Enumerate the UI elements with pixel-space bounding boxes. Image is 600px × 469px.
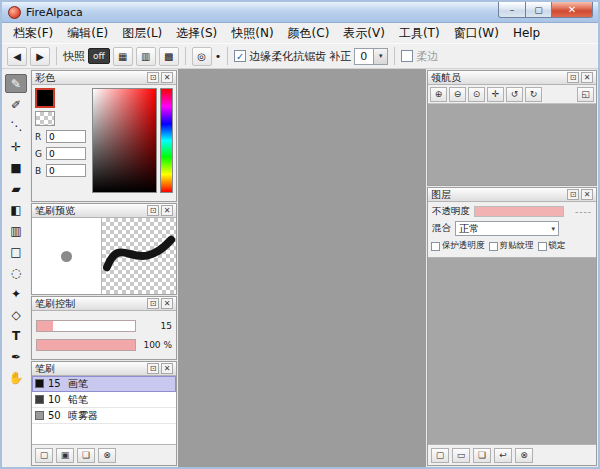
zoom-out-button[interactable]: ⊖ <box>449 87 466 102</box>
merge-layer-button[interactable]: ↩ <box>494 448 512 463</box>
copy-layer-button[interactable]: ❏ <box>473 448 491 463</box>
airbrush-icon: ⋱ <box>10 119 22 133</box>
menu-snap[interactable]: 快照(N) <box>224 23 280 44</box>
tool-eraser-button[interactable]: ▰ <box>5 179 27 198</box>
opacity-slider[interactable] <box>474 206 564 217</box>
menu-layer[interactable]: 图层(L) <box>115 23 169 44</box>
snap-grid-button[interactable]: ▦ <box>113 47 133 66</box>
delete-layer-button[interactable]: ⊗ <box>515 448 533 463</box>
rotate-ccw-button[interactable]: ↺ <box>506 87 523 102</box>
brush-control-titlebar[interactable]: 笔刷控制 ⊡ ✕ <box>32 297 176 311</box>
snap-parallel-button[interactable]: ▥ <box>136 47 156 66</box>
red-input[interactable] <box>46 130 86 143</box>
protect-alpha-checkbox[interactable] <box>431 242 440 251</box>
panel-close-icon[interactable]: ✕ <box>161 205 173 216</box>
layer-list[interactable] <box>428 257 596 445</box>
zoom-in-button[interactable]: ⊕ <box>430 87 447 102</box>
clipping-checkbox[interactable] <box>489 242 498 251</box>
navigator-titlebar[interactable]: 领航员 ⊡ ✕ <box>428 71 596 85</box>
green-input[interactable] <box>46 147 86 160</box>
brush-list-item[interactable]: 10 铅笔 <box>32 392 176 408</box>
panel-float-icon[interactable]: ⊡ <box>147 298 159 309</box>
tool-move-button[interactable]: ✛ <box>5 137 27 156</box>
left-panel-column: 彩色 ⊡ ✕ R G <box>30 69 178 467</box>
window-controls: – ▢ ✕ <box>499 2 593 18</box>
right-panel-column: 领航员 ⊡ ✕ ⊕ ⊖ ⊙ ✛ ↺ ↻ ◱ <box>426 69 598 467</box>
tool-fill-rect-button[interactable]: ■ <box>5 158 27 177</box>
tool-brush-button[interactable]: ✐ <box>5 95 27 114</box>
panel-float-icon[interactable]: ⊡ <box>567 72 579 83</box>
zoom-reset-button[interactable]: ⊙ <box>468 87 485 102</box>
snap-off-button[interactable]: off <box>88 48 110 64</box>
maximize-button[interactable]: ▢ <box>525 2 552 18</box>
panel-close-icon[interactable]: ✕ <box>581 189 593 200</box>
toolbar-separator <box>394 47 395 65</box>
menu-tools[interactable]: 工具(T) <box>392 23 447 44</box>
menu-view[interactable]: 表示(V) <box>336 23 392 44</box>
brush-opacity-slider[interactable] <box>36 339 136 351</box>
tool-eyedropper-button[interactable]: ✒ <box>5 347 27 366</box>
titlebar[interactable]: FireAlpaca – ▢ ✕ <box>2 2 598 23</box>
hue-slider[interactable] <box>160 88 173 193</box>
panel-close-icon[interactable]: ✕ <box>161 363 173 374</box>
brush-list-titlebar[interactable]: 笔刷 ⊡ ✕ <box>32 362 176 376</box>
chevron-down-icon[interactable]: ▾ <box>373 49 387 64</box>
menu-file[interactable]: 档案(F) <box>6 23 60 44</box>
brush-list-item[interactable]: 15 画笔 <box>32 376 176 392</box>
tool-lasso-button[interactable]: ◌ <box>5 263 27 282</box>
add-folder-button[interactable]: ▭ <box>452 448 470 463</box>
tool-gradient-button[interactable]: ▥ <box>5 221 27 240</box>
snap-ring-button[interactable]: ◎ <box>192 47 212 66</box>
brush-list-item[interactable]: 50 喷雾器 <box>32 408 176 424</box>
brush-preview-titlebar[interactable]: 笔刷预览 ⊡ ✕ <box>32 204 176 218</box>
edit-brush-button[interactable]: ▣ <box>56 448 74 463</box>
transparent-color-swatch[interactable] <box>35 111 55 126</box>
menu-select[interactable]: 选择(S) <box>169 23 224 44</box>
tool-bucket-button[interactable]: ◧ <box>5 200 27 219</box>
menu-color[interactable]: 颜色(C) <box>281 23 337 44</box>
soft-edge-checkbox[interactable] <box>401 50 413 62</box>
close-button[interactable]: ✕ <box>551 2 593 18</box>
tool-pen-button[interactable]: ✎ <box>5 74 27 93</box>
tool-hand-button[interactable]: ✋ <box>5 368 27 387</box>
menu-help[interactable]: Help <box>506 24 547 42</box>
antialias-checkbox[interactable]: ✓ <box>234 50 246 62</box>
copy-brush-button[interactable]: ❏ <box>77 448 95 463</box>
snap-cross-button[interactable]: ▩ <box>159 47 179 66</box>
tool-airbrush-button[interactable]: ⋱ <box>5 116 27 135</box>
fit-view-button[interactable]: ◱ <box>577 87 594 102</box>
history-back-button[interactable]: ◀ <box>7 47 27 66</box>
history-forward-button[interactable]: ▶ <box>30 47 50 66</box>
menu-edit[interactable]: 编辑(E) <box>60 23 115 44</box>
panel-float-icon[interactable]: ⊡ <box>567 189 579 200</box>
tool-text-button[interactable]: T <box>5 326 27 345</box>
center-button[interactable]: ✛ <box>487 87 504 102</box>
blue-input[interactable] <box>46 164 86 177</box>
panel-close-icon[interactable]: ✕ <box>161 72 173 83</box>
tool-select-rect-button[interactable]: □ <box>5 242 27 261</box>
lock-checkbox[interactable] <box>538 242 547 251</box>
panel-close-icon[interactable]: ✕ <box>161 298 173 309</box>
add-brush-button[interactable]: ▢ <box>35 448 53 463</box>
panel-float-icon[interactable]: ⊡ <box>147 205 159 216</box>
navigator-preview[interactable] <box>428 104 596 185</box>
blend-mode-select[interactable]: 正常 ▾ <box>455 221 559 236</box>
menu-window[interactable]: 窗口(W) <box>447 23 506 44</box>
panel-float-icon[interactable]: ⊡ <box>147 363 159 374</box>
layers-titlebar[interactable]: 图层 ⊡ ✕ <box>428 188 596 202</box>
correction-select[interactable]: 0 ▾ <box>354 48 388 65</box>
delete-brush-button[interactable]: ⊗ <box>98 448 116 463</box>
foreground-color-swatch[interactable] <box>35 88 55 108</box>
panel-float-icon[interactable]: ⊡ <box>147 72 159 83</box>
rotate-cw-button[interactable]: ↻ <box>525 87 542 102</box>
brush-size-slider[interactable] <box>36 320 136 332</box>
saturation-value-picker[interactable] <box>92 88 157 193</box>
tool-shape-button[interactable]: ◇ <box>5 305 27 324</box>
minimize-button[interactable]: – <box>498 2 526 18</box>
color-panel-titlebar[interactable]: 彩色 ⊡ ✕ <box>32 71 176 85</box>
panel-close-icon[interactable]: ✕ <box>581 72 593 83</box>
add-layer-button[interactable]: ▢ <box>431 448 449 463</box>
tool-magic-wand-button[interactable]: ✦ <box>5 284 27 303</box>
magic-wand-icon: ✦ <box>11 287 21 301</box>
canvas[interactable] <box>178 69 426 467</box>
